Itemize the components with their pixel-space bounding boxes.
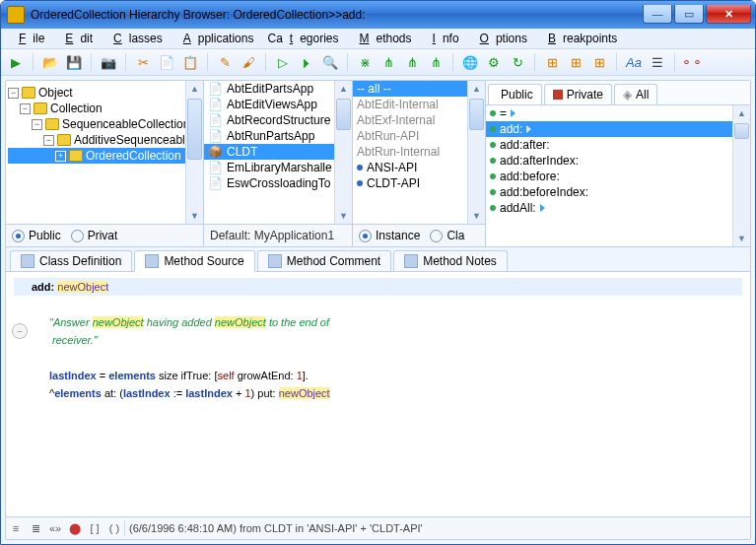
status-icon[interactable]: ⬤ (65, 522, 85, 535)
refresh-icon[interactable]: ↻ (509, 53, 526, 71)
menu-categories[interactable]: Categories (260, 30, 345, 47)
list-item[interactable]: = (486, 105, 750, 121)
status-icon[interactable]: ≡ (6, 522, 26, 534)
play-icon[interactable]: ▷ (274, 53, 292, 71)
radio-privat[interactable]: Privat (71, 229, 118, 242)
list-item[interactable]: AbtRun-Internal (353, 144, 485, 160)
camera-icon[interactable]: 📷 (100, 53, 117, 71)
checklist-icon[interactable]: ☰ (649, 53, 666, 71)
menu-options[interactable]: Options (466, 30, 534, 47)
applications-list[interactable]: 📄 AbtEditPartsApp 📄 AbtEditViewsApp 📄 Ab… (204, 81, 352, 224)
tab-all[interactable]: ◈All (614, 84, 657, 104)
tree-label: OrderedCollection (86, 148, 181, 164)
list-item[interactable]: 📄 EmLibraryMarshalle (204, 160, 352, 175)
status-icon[interactable]: [ ] (85, 522, 104, 534)
grid2-icon[interactable]: ⊞ (567, 53, 584, 71)
tab-public[interactable]: Public (488, 84, 542, 104)
categories-list[interactable]: -- all -- AbtEdit-Internal AbtExf-Intern… (353, 81, 485, 224)
filter2-icon[interactable]: ⋔ (403, 53, 421, 71)
minimize-button[interactable]: — (643, 5, 672, 24)
font-icon[interactable]: Aa (625, 53, 643, 71)
menu-edit[interactable]: Edit (51, 30, 100, 47)
menu-breakpoints[interactable]: Breakpoints (534, 30, 624, 47)
copy-icon[interactable]: 📄 (158, 53, 175, 71)
step-icon[interactable]: ⏵ (298, 53, 315, 71)
source-editor[interactable]: add: newObject – "Answer newObject havin… (6, 272, 750, 516)
list-item[interactable]: add:beforeIndex: (486, 184, 750, 200)
paste-icon[interactable]: 📋 (181, 53, 199, 71)
menu-classes[interactable]: Classes (100, 30, 170, 47)
tab-method-source[interactable]: Method Source (134, 250, 254, 272)
run-icon[interactable]: ▶ (7, 53, 25, 71)
tab-method-comment[interactable]: Method Comment (257, 250, 391, 271)
menu-info[interactable]: Info (419, 30, 466, 47)
radio-class[interactable]: Cla (430, 229, 464, 242)
list-item[interactable]: addAll: (486, 200, 750, 216)
toolbar: ▶ 📂 💾 📷 ✂ 📄 📋 ✎ 🖌 ▷ ⏵ 🔍 ⋇ ⋔ ⋔ ⋔ 🌐 ⚙ ↻ ⊞ … (1, 49, 755, 76)
bug-icon[interactable]: ⋇ (356, 53, 374, 71)
list-item[interactable]: CLDT-API (353, 175, 485, 191)
override-icon (511, 109, 515, 117)
filter1-icon[interactable]: ⋔ (379, 53, 397, 71)
menu-file[interactable]: File (5, 30, 51, 47)
list-item[interactable]: add:before: (486, 169, 750, 184)
applications-pane: 📄 AbtEditPartsApp 📄 AbtEditViewsApp 📄 Ab… (204, 81, 353, 246)
list-item-selected[interactable]: 📦 CLDT (204, 144, 352, 160)
scrollbar[interactable]: ▲▼ (185, 81, 203, 224)
maximize-button[interactable]: ▭ (674, 5, 704, 24)
list-item[interactable]: add:after: (486, 137, 750, 153)
status-icon[interactable]: ≣ (26, 522, 45, 535)
radio-public[interactable]: Public (12, 229, 61, 242)
save-icon[interactable]: 💾 (65, 53, 83, 71)
menu-applications[interactable]: Applications (170, 30, 261, 47)
list-item[interactable]: AbtExf-Internal (353, 112, 485, 128)
close-button[interactable]: ✕ (706, 5, 751, 24)
menubar[interactable]: File Edit Classes Applications Categorie… (1, 29, 755, 49)
titlebar[interactable]: OrderedCollection Hierarchy Browser: Ord… (1, 1, 755, 29)
tree-row[interactable]: −Object (8, 85, 201, 101)
cut-icon[interactable]: ✂ (134, 53, 152, 71)
list-item[interactable]: 📄 EswCrossloadingTo (204, 175, 352, 191)
tree-row-selected[interactable]: +OrderedCollection (8, 148, 201, 164)
tab-class-definition[interactable]: Class Definition (10, 250, 132, 271)
list-item[interactable]: AbtEdit-Internal (353, 97, 485, 112)
tree-label: Object (38, 85, 73, 101)
status-icon[interactable]: «» (45, 522, 65, 534)
brush-icon[interactable]: 🖌 (240, 53, 257, 71)
tool1-icon[interactable]: ⚙ (485, 53, 503, 71)
list-item[interactable]: 📄 AbtRecordStructure (204, 112, 352, 128)
pencil-icon[interactable]: ✎ (216, 53, 234, 71)
list-item[interactable]: 📄 AbtEditViewsApp (204, 97, 352, 112)
tab-label: All (636, 88, 649, 102)
methods-list[interactable]: = add: add:after: add:afterIndex: add:be… (486, 105, 750, 246)
list-item[interactable]: AbtRun-API (353, 128, 485, 144)
tree-row[interactable]: −Collection (8, 101, 201, 116)
tree-row[interactable]: −AdditiveSequenceable (8, 132, 201, 148)
open-icon[interactable]: 📂 (41, 53, 59, 71)
menu-methods[interactable]: Methods (346, 30, 419, 47)
share-icon[interactable]: ⚬⚬ (683, 53, 701, 71)
class-tree[interactable]: −Object −Collection −SequenceableCollect… (6, 81, 203, 224)
search-icon[interactable]: 🔍 (321, 53, 339, 71)
list-item[interactable]: 📄 AbtRunPartsApp (204, 128, 352, 144)
gutter-marker[interactable]: – (12, 323, 28, 339)
tab-method-notes[interactable]: Method Notes (393, 250, 508, 271)
grid3-icon[interactable]: ⊞ (590, 53, 608, 71)
list-item[interactable]: ANSI-API (353, 160, 485, 175)
grid1-icon[interactable]: ⊞ (543, 53, 561, 71)
list-item-selected[interactable]: add: (486, 121, 750, 137)
tab-label: Method Notes (423, 254, 497, 268)
scrollbar[interactable]: ▲▼ (334, 81, 352, 224)
scrollbar[interactable]: ▲▼ (467, 81, 485, 224)
list-item[interactable]: 📄 AbtEditPartsApp (204, 81, 352, 97)
tab-private[interactable]: Private (544, 84, 612, 104)
list-item[interactable]: add:afterIndex: (486, 153, 750, 169)
globe-icon[interactable]: 🌐 (461, 53, 479, 71)
status-icon[interactable]: ( ) (104, 522, 124, 534)
tree-row[interactable]: −SequenceableCollection (8, 116, 201, 132)
scrollbar[interactable]: ▲▼ (732, 105, 750, 246)
list-item-selected[interactable]: -- all -- (353, 81, 485, 97)
filter3-icon[interactable]: ⋔ (427, 53, 445, 71)
list-item-label: EmLibraryMarshalle (227, 160, 332, 175)
radio-instance[interactable]: Instance (359, 229, 420, 242)
